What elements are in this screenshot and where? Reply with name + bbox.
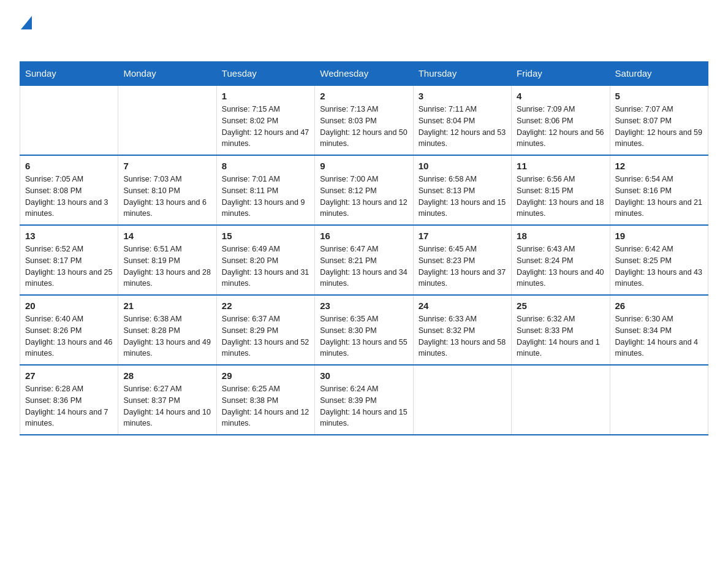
day-of-week-header: Thursday (413, 62, 511, 86)
day-number: 8 (222, 161, 309, 171)
page-header (20, 15, 708, 52)
calendar-cell: 22Sunrise: 6:37 AMSunset: 8:29 PMDayligh… (216, 295, 314, 365)
day-number: 16 (320, 231, 408, 241)
day-info: Sunrise: 6:47 AMSunset: 8:21 PMDaylight:… (320, 243, 408, 289)
calendar-cell (20, 85, 118, 155)
day-info: Sunrise: 6:42 AMSunset: 8:25 PMDaylight:… (615, 243, 703, 289)
day-number: 22 (222, 301, 309, 311)
calendar-cell: 29Sunrise: 6:25 AMSunset: 8:38 PMDayligh… (216, 365, 314, 435)
day-number: 4 (517, 91, 604, 101)
day-info: Sunrise: 6:45 AMSunset: 8:23 PMDaylight:… (419, 243, 506, 289)
day-info: Sunrise: 6:54 AMSunset: 8:16 PMDaylight:… (615, 174, 703, 220)
svg-marker-0 (21, 16, 32, 29)
calendar-cell: 25Sunrise: 6:32 AMSunset: 8:33 PMDayligh… (512, 295, 610, 365)
day-number: 6 (25, 161, 113, 171)
calendar-cell: 26Sunrise: 6:30 AMSunset: 8:34 PMDayligh… (610, 295, 708, 365)
day-info: Sunrise: 6:38 AMSunset: 8:28 PMDaylight:… (123, 313, 211, 359)
calendar-table: SundayMondayTuesdayWednesdayThursdayFrid… (20, 61, 708, 435)
day-number: 28 (123, 370, 211, 381)
day-info: Sunrise: 6:43 AMSunset: 8:24 PMDaylight:… (517, 243, 604, 289)
calendar-week-row: 1Sunrise: 7:15 AMSunset: 8:02 PMDaylight… (20, 85, 708, 155)
day-number: 2 (320, 91, 408, 101)
calendar-cell: 14Sunrise: 6:51 AMSunset: 8:19 PMDayligh… (118, 225, 216, 295)
day-number: 27 (25, 370, 113, 381)
day-number: 18 (517, 231, 604, 241)
calendar-cell: 19Sunrise: 6:42 AMSunset: 8:25 PMDayligh… (610, 225, 708, 295)
day-of-week-header: Sunday (20, 62, 118, 86)
calendar-cell: 17Sunrise: 6:45 AMSunset: 8:23 PMDayligh… (413, 225, 511, 295)
calendar-cell: 16Sunrise: 6:47 AMSunset: 8:21 PMDayligh… (315, 225, 413, 295)
day-number: 13 (25, 231, 113, 241)
day-info: Sunrise: 7:01 AMSunset: 8:11 PMDaylight:… (222, 174, 309, 220)
calendar-cell: 21Sunrise: 6:38 AMSunset: 8:28 PMDayligh… (118, 295, 216, 365)
day-of-week-header: Friday (512, 62, 610, 86)
day-number: 20 (25, 301, 113, 311)
day-info: Sunrise: 7:05 AMSunset: 8:08 PMDaylight:… (25, 174, 113, 220)
calendar-cell: 10Sunrise: 6:58 AMSunset: 8:13 PMDayligh… (413, 155, 511, 225)
calendar-header-row: SundayMondayTuesdayWednesdayThursdayFrid… (20, 62, 708, 86)
day-info: Sunrise: 7:13 AMSunset: 8:03 PMDaylight:… (320, 104, 408, 150)
calendar-cell: 3Sunrise: 7:11 AMSunset: 8:04 PMDaylight… (413, 85, 511, 155)
day-number: 9 (320, 161, 408, 171)
calendar-cell: 7Sunrise: 7:03 AMSunset: 8:10 PMDaylight… (118, 155, 216, 225)
day-info: Sunrise: 6:51 AMSunset: 8:19 PMDaylight:… (123, 243, 211, 289)
calendar-cell (512, 365, 610, 435)
day-info: Sunrise: 6:27 AMSunset: 8:37 PMDaylight:… (123, 383, 211, 429)
calendar-cell: 20Sunrise: 6:40 AMSunset: 8:26 PMDayligh… (20, 295, 118, 365)
day-number: 10 (419, 161, 506, 171)
day-number: 12 (615, 161, 703, 171)
calendar-cell: 11Sunrise: 6:56 AMSunset: 8:15 PMDayligh… (512, 155, 610, 225)
logo-triangle-icon (21, 16, 32, 32)
day-info: Sunrise: 6:52 AMSunset: 8:17 PMDaylight:… (25, 243, 113, 289)
day-number: 29 (222, 370, 309, 381)
day-info: Sunrise: 7:09 AMSunset: 8:06 PMDaylight:… (517, 104, 604, 150)
calendar-cell (610, 365, 708, 435)
calendar-week-row: 6Sunrise: 7:05 AMSunset: 8:08 PMDaylight… (20, 155, 708, 225)
day-of-week-header: Wednesday (315, 62, 413, 86)
calendar-cell: 2Sunrise: 7:13 AMSunset: 8:03 PMDaylight… (315, 85, 413, 155)
day-number: 25 (517, 301, 604, 311)
day-info: Sunrise: 6:37 AMSunset: 8:29 PMDaylight:… (222, 313, 309, 359)
calendar-week-row: 20Sunrise: 6:40 AMSunset: 8:26 PMDayligh… (20, 295, 708, 365)
calendar-cell: 23Sunrise: 6:35 AMSunset: 8:30 PMDayligh… (315, 295, 413, 365)
day-of-week-header: Tuesday (216, 62, 314, 86)
calendar-cell: 6Sunrise: 7:05 AMSunset: 8:08 PMDaylight… (20, 155, 118, 225)
calendar-cell: 9Sunrise: 7:00 AMSunset: 8:12 PMDaylight… (315, 155, 413, 225)
day-info: Sunrise: 6:49 AMSunset: 8:20 PMDaylight:… (222, 243, 309, 289)
day-number: 17 (419, 231, 506, 241)
day-number: 1 (222, 91, 309, 101)
day-number: 7 (123, 161, 211, 171)
calendar-cell: 15Sunrise: 6:49 AMSunset: 8:20 PMDayligh… (216, 225, 314, 295)
day-number: 11 (517, 161, 604, 171)
day-info: Sunrise: 7:11 AMSunset: 8:04 PMDaylight:… (419, 104, 506, 150)
day-info: Sunrise: 6:32 AMSunset: 8:33 PMDaylight:… (517, 313, 604, 359)
calendar-cell (413, 365, 511, 435)
day-info: Sunrise: 6:33 AMSunset: 8:32 PMDaylight:… (419, 313, 506, 359)
day-info: Sunrise: 6:28 AMSunset: 8:36 PMDaylight:… (25, 383, 113, 429)
day-of-week-header: Saturday (610, 62, 708, 86)
day-number: 24 (419, 301, 506, 311)
day-number: 15 (222, 231, 309, 241)
calendar-cell: 5Sunrise: 7:07 AMSunset: 8:07 PMDaylight… (610, 85, 708, 155)
calendar-cell: 4Sunrise: 7:09 AMSunset: 8:06 PMDaylight… (512, 85, 610, 155)
day-number: 30 (320, 370, 408, 381)
day-number: 23 (320, 301, 408, 311)
calendar-cell (118, 85, 216, 155)
day-info: Sunrise: 6:35 AMSunset: 8:30 PMDaylight:… (320, 313, 408, 359)
calendar-cell: 30Sunrise: 6:24 AMSunset: 8:39 PMDayligh… (315, 365, 413, 435)
day-number: 26 (615, 301, 703, 311)
calendar-cell: 12Sunrise: 6:54 AMSunset: 8:16 PMDayligh… (610, 155, 708, 225)
day-number: 5 (615, 91, 703, 101)
day-info: Sunrise: 7:03 AMSunset: 8:10 PMDaylight:… (123, 174, 211, 220)
day-info: Sunrise: 6:56 AMSunset: 8:15 PMDaylight:… (517, 174, 604, 220)
day-number: 19 (615, 231, 703, 241)
day-info: Sunrise: 6:30 AMSunset: 8:34 PMDaylight:… (615, 313, 703, 359)
day-info: Sunrise: 6:24 AMSunset: 8:39 PMDaylight:… (320, 383, 408, 429)
logo (20, 15, 32, 52)
day-number: 14 (123, 231, 211, 241)
calendar-cell: 13Sunrise: 6:52 AMSunset: 8:17 PMDayligh… (20, 225, 118, 295)
calendar-cell: 18Sunrise: 6:43 AMSunset: 8:24 PMDayligh… (512, 225, 610, 295)
calendar-cell: 24Sunrise: 6:33 AMSunset: 8:32 PMDayligh… (413, 295, 511, 365)
calendar-cell: 28Sunrise: 6:27 AMSunset: 8:37 PMDayligh… (118, 365, 216, 435)
day-info: Sunrise: 6:58 AMSunset: 8:13 PMDaylight:… (419, 174, 506, 220)
